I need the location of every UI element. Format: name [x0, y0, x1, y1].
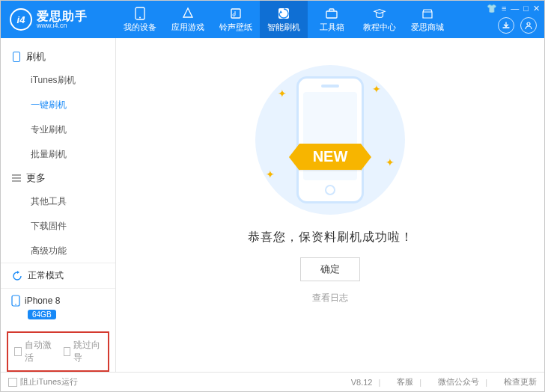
phone-icon — [133, 7, 147, 20]
app-title: 爱思助手 — [37, 10, 88, 22]
body: 刷机 iTunes刷机 一键刷机 专业刷机 批量刷机 更多 其他工具 下载固件 … — [1, 38, 544, 372]
check-block-itunes[interactable]: 阻止iTunes运行 — [8, 376, 78, 388]
sparkle-icon: ✦ — [372, 83, 381, 95]
checkbox-icon — [64, 347, 71, 356]
nav-label: 我的设备 — [124, 22, 156, 33]
logo[interactable]: i4 爱思助手 www.i4.cn — [1, 8, 116, 31]
app-window: i4 爱思助手 www.i4.cn 我的设备 应用游戏 铃声壁纸 智能刷机 — [0, 0, 545, 392]
device-name: iPhone 8 — [25, 295, 60, 306]
nav-label: 智能刷机 — [267, 22, 300, 33]
phone-home — [325, 185, 335, 195]
svg-rect-4 — [326, 11, 337, 18]
top-nav: 我的设备 应用游戏 铃声壁纸 智能刷机 工具箱 教程中心 — [116, 1, 451, 38]
nav-store[interactable]: 爱思商城 — [404, 1, 451, 38]
nav-ringtones[interactable]: 铃声壁纸 — [212, 1, 260, 38]
storage-badge: 64GB — [28, 310, 56, 319]
group-title: 刷机 — [26, 50, 46, 64]
sparkle-icon: ✦ — [278, 88, 287, 99]
check-label: 自动激活 — [25, 339, 53, 364]
ok-button[interactable]: 确定 — [300, 257, 360, 281]
checkbox-icon — [14, 347, 22, 356]
svg-rect-3 — [278, 8, 289, 19]
nav-tutorials[interactable]: 教程中心 — [356, 1, 404, 38]
device-icon — [11, 295, 20, 307]
apps-icon — [181, 7, 195, 20]
header-right — [498, 17, 537, 34]
sidebar-checks-highlight: 自动激活 跳过向导 — [7, 331, 109, 372]
version-label: V8.12 — [351, 378, 373, 387]
sidebar-bottom: 正常模式 iPhone 8 64GB — [1, 263, 115, 327]
sidebar-scroll: 刷机 iTunes刷机 一键刷机 专业刷机 批量刷机 更多 其他工具 下载固件 … — [1, 38, 115, 263]
sidebar-item-pro-flash[interactable]: 专业刷机 — [1, 117, 115, 142]
phone-small-icon — [11, 52, 22, 62]
refresh-icon — [11, 270, 23, 282]
svg-point-5 — [527, 22, 530, 25]
sidebar-item-other-tools[interactable]: 其他工具 — [1, 189, 115, 214]
footer: 阻止iTunes运行 V8.12 | 客服 | 微信公众号 | 检查更新 — [1, 372, 544, 391]
svg-point-8 — [15, 304, 16, 305]
sidebar-group-flash[interactable]: 刷机 — [1, 46, 115, 68]
store-icon — [421, 7, 434, 20]
sidebar-item-itunes-flash[interactable]: iTunes刷机 — [1, 68, 115, 93]
sidebar: 刷机 iTunes刷机 一键刷机 专业刷机 批量刷机 更多 其他工具 下载固件 … — [1, 38, 116, 372]
sidebar-group-more[interactable]: 更多 — [1, 167, 115, 189]
sidebar-item-oneclick-flash[interactable]: 一键刷机 — [1, 93, 115, 117]
toolbox-icon — [325, 7, 338, 20]
nav-label: 工具箱 — [320, 22, 344, 33]
phone-speaker — [321, 85, 339, 88]
group-title: 更多 — [26, 171, 46, 185]
sparkle-icon: ✦ — [266, 168, 275, 180]
download-icon[interactable] — [498, 17, 514, 34]
svg-rect-6 — [13, 52, 20, 62]
mode-row[interactable]: 正常模式 — [1, 263, 115, 289]
sidebar-item-batch-flash[interactable]: 批量刷机 — [1, 142, 115, 167]
footer-link-support[interactable]: 客服 — [397, 376, 413, 388]
maximize-icon[interactable]: □ — [523, 4, 529, 13]
logo-mark: i4 — [10, 8, 32, 31]
nav-label: 铃声壁纸 — [219, 22, 252, 33]
check-skip-guide[interactable]: 跳过向导 — [64, 339, 103, 364]
view-log-link[interactable]: 查看日志 — [312, 292, 348, 304]
svg-rect-2 — [231, 9, 240, 18]
skin-icon[interactable]: 👕 — [487, 4, 497, 13]
logo-text: 爱思助手 www.i4.cn — [37, 10, 88, 29]
device-row[interactable]: iPhone 8 64GB — [1, 289, 115, 327]
result-illustration: ✦ ✦ ✦ ✦ NEW — [248, 65, 412, 215]
svg-point-1 — [139, 16, 141, 18]
check-auto-activate[interactable]: 自动激活 — [14, 339, 53, 364]
sidebar-item-advanced[interactable]: 高级功能 — [1, 239, 115, 263]
nav-my-device[interactable]: 我的设备 — [116, 1, 164, 38]
footer-link-wechat[interactable]: 微信公众号 — [438, 376, 479, 388]
check-label: 跳过向导 — [73, 339, 102, 364]
nav-label: 应用游戏 — [171, 22, 204, 33]
result-text: 恭喜您，保资料刷机成功啦！ — [248, 230, 413, 245]
tutorials-icon — [373, 7, 386, 20]
close-icon[interactable]: ✕ — [533, 4, 540, 13]
minimize-icon[interactable]: — — [511, 4, 519, 13]
main-content: ✦ ✦ ✦ ✦ NEW 恭喜您，保资料刷机成功啦！ 确定 查看日志 — [116, 38, 544, 372]
settings-icon[interactable]: ≡ — [502, 4, 506, 13]
check-label: 阻止iTunes运行 — [20, 376, 78, 388]
window-controls: 👕 ≡ — □ ✕ — [487, 4, 540, 13]
menu-icon — [11, 173, 22, 183]
music-icon — [229, 7, 243, 20]
phone-illustration — [296, 76, 364, 203]
mode-label: 正常模式 — [28, 269, 64, 282]
nav-toolbox[interactable]: 工具箱 — [308, 1, 356, 38]
nav-label: 爱思商城 — [411, 22, 444, 33]
footer-link-update[interactable]: 检查更新 — [504, 376, 537, 388]
checkbox-icon — [8, 378, 17, 387]
user-icon[interactable] — [520, 17, 537, 34]
app-subtitle: www.i4.cn — [37, 22, 88, 29]
new-ribbon: NEW — [299, 144, 362, 170]
flash-icon — [277, 7, 290, 20]
nav-label: 教程中心 — [363, 22, 396, 33]
sidebar-item-download-firmware[interactable]: 下载固件 — [1, 214, 115, 239]
nav-apps[interactable]: 应用游戏 — [164, 1, 212, 38]
header: i4 爱思助手 www.i4.cn 我的设备 应用游戏 铃声壁纸 智能刷机 — [1, 1, 544, 38]
sparkle-icon: ✦ — [386, 156, 395, 168]
nav-flash[interactable]: 智能刷机 — [260, 1, 308, 38]
